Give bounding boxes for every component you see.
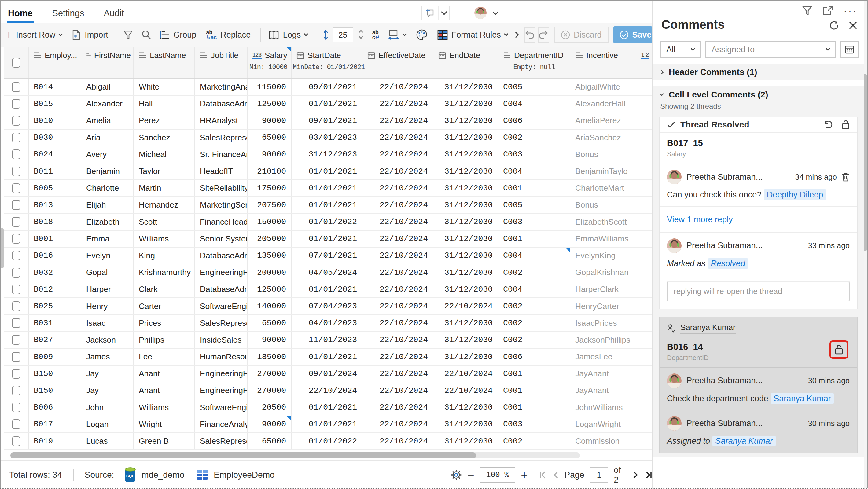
cell-eff[interactable]: 22/10/2024 [363, 349, 433, 365]
cell-inc[interactable]: JayAnant [570, 383, 636, 399]
cell-job[interactable]: EngineeringH [195, 366, 248, 382]
save-button[interactable]: Save [613, 26, 652, 43]
date-filter-button[interactable] [840, 41, 859, 58]
cell-inc[interactable]: AmeliaPerez [570, 113, 636, 129]
cell-salary[interactable]: 65000 [248, 130, 291, 146]
cell-id[interactable]: B150 [29, 366, 81, 382]
cell-id[interactable]: B024 [29, 146, 81, 162]
cell-id[interactable]: B018 [29, 214, 81, 230]
undo-button[interactable] [524, 27, 535, 43]
cell-salary[interactable]: 20500 [248, 399, 291, 416]
add-comment-split-button[interactable] [421, 5, 450, 20]
cell-eff[interactable]: 22/10/2024 [363, 366, 433, 382]
cell-start[interactable]: 31/12/2023 [291, 146, 363, 162]
row-checkbox[interactable] [12, 116, 21, 126]
rows-per-page-value[interactable]: 25 [333, 27, 353, 42]
cell-job[interactable]: SalesReprese [195, 315, 248, 331]
cell-inc[interactable]: Bonus [570, 146, 636, 162]
cell-eff[interactable]: 22/10/2024 [363, 113, 433, 129]
reply-input[interactable] [667, 282, 850, 301]
cell-end[interactable]: 31/12/2030 [433, 197, 498, 213]
row-checkbox[interactable] [12, 301, 21, 311]
cell-t[interactable] [636, 349, 652, 365]
cell-salary[interactable]: 140000 [248, 298, 291, 314]
save-split-button[interactable]: Save [613, 26, 652, 43]
cell-dept[interactable]: C002 [498, 264, 570, 281]
column-header-end[interactable]: EndDate [433, 47, 498, 78]
cell-end[interactable]: 31/12/2030 [433, 281, 498, 297]
cell-id[interactable]: B011 [29, 163, 81, 179]
cell-end[interactable]: 31/12/2030 [433, 399, 498, 416]
insert-row-button[interactable]: + Insert Row [5, 29, 62, 41]
cell-eff[interactable]: 22/10/2024 [363, 332, 433, 348]
cell-dept[interactable]: C003 [498, 214, 570, 230]
cell-id[interactable]: B010 [29, 113, 81, 129]
cell-eff[interactable]: 22/10/2024 [363, 383, 433, 399]
cell-salary[interactable]: 125000 [248, 96, 291, 112]
cell-inc[interactable]: ElizabethScott [570, 214, 636, 230]
cell-dept[interactable]: C005 [498, 197, 570, 213]
cell-dept[interactable]: C004 [498, 96, 570, 112]
cell-first[interactable]: Abigail [81, 79, 134, 95]
zoom-out-button[interactable]: − [468, 469, 474, 481]
cell-salary[interactable]: 90000 [248, 416, 291, 432]
row-checkbox[interactable] [12, 166, 21, 176]
row-checkbox[interactable] [12, 200, 21, 210]
cell-first[interactable]: Logan [81, 416, 134, 432]
cell-start[interactable]: 01/01/2021 [291, 281, 363, 297]
cell-inc[interactable]: AbigailWhite [570, 79, 636, 95]
cell-salary[interactable]: 270000 [248, 366, 291, 382]
cell-last[interactable]: Wright [134, 416, 195, 432]
row-checkbox[interactable] [12, 318, 21, 328]
cell-first[interactable]: Elizabeth [81, 214, 134, 230]
row-checkbox[interactable] [12, 352, 21, 362]
row-height-control[interactable]: 25 [323, 27, 363, 42]
cell-salary[interactable]: 135000 [248, 248, 291, 264]
format-rules-button[interactable]: Format Rules [437, 30, 508, 40]
cell-eff[interactable]: 22/10/2024 [363, 163, 433, 179]
cell-salary[interactable]: 65000 [248, 433, 291, 449]
cell-t[interactable] [636, 231, 652, 247]
refresh-icon[interactable] [829, 20, 839, 31]
cell-inc[interactable]: AlexanderHall [570, 96, 636, 112]
cell-inc[interactable]: EmmaWilliams [570, 231, 636, 247]
cell-t[interactable] [636, 416, 652, 432]
discard-button[interactable]: Discard [554, 27, 609, 43]
cell-dept[interactable]: C001 [498, 231, 570, 247]
popout-icon[interactable] [823, 5, 833, 15]
cell-inc[interactable]: LoganWright [570, 416, 636, 432]
cell-id[interactable]: B025 [29, 298, 81, 314]
cell-id[interactable]: B017 [29, 416, 81, 432]
unlock-icon[interactable] [835, 344, 843, 355]
lock-icon[interactable] [842, 120, 850, 130]
cell-inc[interactable]: HarperClark [570, 281, 636, 297]
cell-first[interactable]: Henry [81, 298, 134, 314]
previous-page-button[interactable] [553, 471, 559, 479]
cell-start[interactable]: 11/01/2023 [291, 332, 363, 348]
cell-inc[interactable]: BenjaminTaylo [570, 163, 636, 179]
cell-start[interactable]: 01/01/2021 [291, 349, 363, 365]
cell-first[interactable]: Avery [81, 146, 134, 162]
search-button[interactable] [142, 30, 151, 40]
user-dropdown[interactable] [490, 6, 501, 20]
cell-first[interactable]: Jay [81, 366, 134, 382]
cell-last[interactable]: Carter [134, 298, 195, 314]
cell-job[interactable]: DatabaseAdm [195, 281, 248, 297]
cell-start[interactable]: 01/01/2022 [291, 433, 363, 449]
cell-job[interactable]: FinanceHead [195, 214, 248, 230]
next-page-button[interactable] [633, 471, 639, 479]
cell-job[interactable]: HRAnalyst [195, 113, 248, 129]
cell-t[interactable] [636, 96, 652, 112]
filter-button[interactable] [123, 30, 133, 39]
cell-start[interactable]: 01/01/2022 [291, 214, 363, 230]
column-header-dept[interactable]: DepartmentIDEmpty: null [498, 47, 570, 78]
cell-id[interactable]: B013 [29, 197, 81, 213]
cell-salary[interactable]: 270000 [248, 383, 291, 399]
cell-last[interactable]: Hall [134, 96, 195, 112]
cell-inc[interactable]: JacksonPhillips [570, 332, 636, 348]
column-header-t[interactable]: 1.2T [636, 47, 652, 78]
cell-id[interactable]: B027 [29, 332, 81, 348]
cell-salary[interactable]: 150000 [248, 214, 291, 230]
cell-job[interactable]: Sr. FinanceAn [195, 146, 248, 162]
cell-start[interactable]: 04/01/2023 [291, 315, 363, 331]
